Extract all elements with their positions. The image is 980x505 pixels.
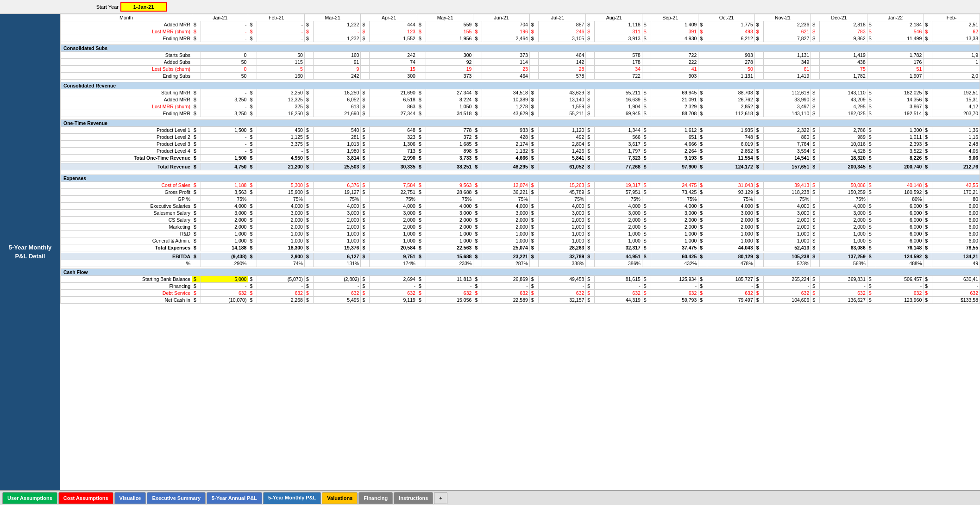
d7: $ — [529, 28, 538, 35]
month-feb22: Feb- — [923, 14, 980, 21]
v4: 1,552 — [370, 35, 417, 42]
v10: 1,775 — [707, 21, 755, 28]
v5: 155 — [426, 28, 473, 35]
consolidated-subs-header: Consolidated Subs — [61, 45, 980, 52]
consolidated-subs-label: Consolidated Subs — [61, 45, 980, 52]
gross-profit-row: Gross Profit $3,563 $15,900 $19,127 $22,… — [61, 189, 980, 196]
net-cash-row: Net Cash In $(10,070) $2,268 $5,495 $9,1… — [61, 297, 980, 304]
d11: $ — [754, 28, 763, 35]
v8: 311 — [595, 28, 642, 35]
d8: $ — [586, 28, 595, 35]
salesmen-salary-row: Salesmen Salary $3,000 $3,000 $3,000 $3,… — [61, 210, 980, 217]
tab-instructions[interactable]: Instructions — [394, 492, 433, 504]
month-apr21: Apr-21 — [361, 14, 417, 21]
v13: 2,184 — [876, 21, 923, 28]
d8: $ — [586, 35, 595, 42]
cs-salary-row: CS Salary $2,000 $2,000 $2,000 $2,000 $2… — [61, 217, 980, 224]
starting-bank-row: Starting Bank Balance $5,000 $(5,070) $(… — [61, 276, 980, 283]
v8: 1,118 — [595, 21, 642, 28]
v12: 2,818 — [820, 21, 867, 28]
month-jan21: Jan-21 — [192, 14, 248, 21]
tab-5year-annual[interactable]: 5-Year Annual P&L — [207, 492, 262, 504]
month-oct21: Oct-21 — [698, 14, 754, 21]
month-may21: May-21 — [417, 14, 473, 21]
starting-mrr-row: Starting MRR $- $3,250 $16,250 $21,690 $… — [61, 89, 980, 96]
month-feb21: Feb-21 — [248, 14, 304, 21]
start-year-value[interactable]: 1-Jan-21 — [120, 2, 167, 12]
month-jun21: Jun-21 — [473, 14, 529, 21]
v2: - — [257, 28, 305, 35]
sheet-area[interactable]: Month Jan-21 Feb-21 Mar-21 Apr-21 May-21… — [60, 14, 980, 490]
v2: - — [257, 35, 305, 42]
lost-mrr-rev-row: Lost MRR (churn) $- $325 $613 $863 $1,05… — [61, 103, 980, 110]
rnd-row: R&D $1,000 $1,000 $1,000 $1,000 $1,000 $… — [61, 231, 980, 237]
d14: $ — [923, 28, 932, 35]
sidebar-title: 5-Year Monthly P&L Detail — [5, 243, 56, 260]
v4: 444 — [370, 21, 417, 28]
tab-user-assumptions[interactable]: User Assumptions — [2, 492, 57, 504]
v14: 13,38 — [932, 35, 980, 42]
v8: 3,913 — [595, 35, 642, 42]
month-jan22: Jan-22 — [867, 14, 923, 21]
v11: 2,236 — [763, 21, 811, 28]
ending-mrr-rev-row: Ending MRR $3,250 $16,250 $21,690 $27,34… — [61, 110, 980, 117]
cash-flow-header: Cash Flow — [61, 269, 980, 276]
bottom-tabs: User Assumptions Cost Assumptions Visual… — [0, 490, 980, 505]
d1: $ — [192, 35, 201, 42]
tab-valuations[interactable]: Valuations — [322, 492, 358, 504]
tab-5year-monthly[interactable]: 5-Year Monthly P&L — [263, 492, 321, 504]
d5: $ — [417, 21, 426, 28]
tab-cost-assumptions[interactable]: Cost Assumptions — [58, 492, 113, 504]
d7: $ — [529, 21, 538, 28]
d7: $ — [529, 35, 538, 42]
month-mar21: Mar-21 — [304, 14, 360, 21]
sheet-scroll[interactable]: Month Jan-21 Feb-21 Mar-21 Apr-21 May-21… — [60, 14, 980, 490]
total-expenses-row: Total Expenses $14,188 $18,300 $19,376 $… — [61, 244, 980, 251]
d3: $ — [304, 35, 313, 42]
d9: $ — [642, 35, 651, 42]
d5: $ — [417, 28, 426, 35]
tab-plus[interactable]: + — [434, 492, 447, 504]
month-label-col: Month — [61, 14, 192, 21]
d4: $ — [361, 28, 370, 35]
start-year-label: Start Year — [60, 4, 120, 10]
v12: 783 — [820, 28, 867, 35]
tab-financing[interactable]: Financing — [358, 492, 393, 504]
v6: 704 — [482, 21, 530, 28]
v12: 9,862 — [820, 35, 867, 42]
month-sep21: Sep-21 — [642, 14, 698, 21]
d13: $ — [867, 21, 876, 28]
total-one-time-row: Total One-Time Revenue $1,500 $4,950 $3,… — [61, 155, 980, 162]
v9: 4,930 — [651, 35, 698, 42]
tab-executive-summary[interactable]: Executive Summary — [147, 492, 206, 504]
d8: $ — [586, 21, 595, 28]
v3: 1,232 — [313, 21, 361, 28]
v2: - — [257, 21, 305, 28]
v5: 1,956 — [426, 35, 473, 42]
sidebar: 5-Year Monthly P&L Detail — [0, 14, 60, 490]
top-header: Start Year 1-Jan-21 — [0, 0, 980, 14]
financing-row: Financing $- $- $- $- $- $- $- $- $- $- … — [61, 283, 980, 290]
v9: 1,409 — [651, 21, 698, 28]
lost-subs-row: Lost Subs (churn) 0 5 9 15 19 23 28 34 4… — [61, 66, 980, 73]
expenses-header: Expenses — [61, 175, 980, 182]
d12: $ — [811, 28, 820, 35]
d4: $ — [361, 35, 370, 42]
v6: 196 — [482, 28, 530, 35]
d6: $ — [473, 28, 482, 35]
starts-subs-row: Starts Subs 0 50 160 242 300 373 464 578… — [61, 52, 980, 59]
d1: $ — [192, 28, 201, 35]
spacer5 — [61, 170, 980, 175]
v11: 7,827 — [763, 35, 811, 42]
tab-visualize[interactable]: Visualize — [114, 492, 146, 504]
d2: $ — [248, 21, 257, 28]
d2: $ — [248, 35, 257, 42]
v13: 546 — [876, 28, 923, 35]
general-admin-row: General & Admin. $1,000 $1,000 $1,000 $1… — [61, 237, 980, 244]
d10: $ — [698, 35, 707, 42]
v7: 887 — [538, 21, 586, 28]
main-table: Month Jan-21 Feb-21 Mar-21 Apr-21 May-21… — [60, 14, 980, 304]
ending-mrr-row: Ending MRR $- $- $1,232 $1,552 $1,956 $2… — [61, 35, 980, 42]
ending-subs-row: Ending Subs 50 160 242 300 373 464 578 7… — [61, 73, 980, 80]
d14: $ — [923, 35, 932, 42]
